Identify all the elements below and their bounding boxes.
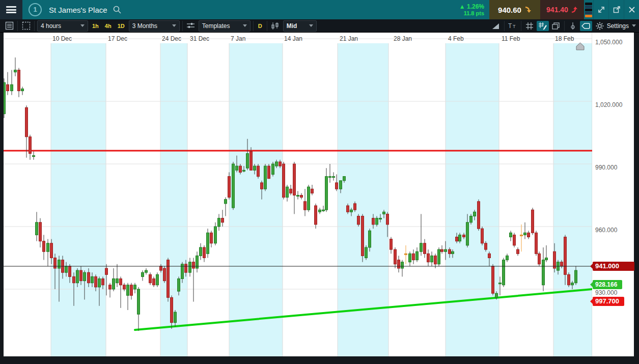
day-interval-button[interactable]: D	[255, 21, 265, 31]
price-axis-label: 990.000	[595, 163, 617, 172]
candlestick-icon	[271, 22, 280, 30]
layers-button[interactable]	[550, 21, 562, 31]
search-icon[interactable]	[113, 5, 122, 14]
window-badge[interactable]: 1	[29, 3, 42, 16]
hamburger-icon	[6, 6, 16, 13]
close-icon	[628, 6, 635, 13]
gear-icon	[596, 22, 604, 30]
trendline-icon	[491, 22, 501, 30]
change-points: 11.8 pts	[459, 10, 484, 17]
buy-price: 941.40	[546, 6, 568, 14]
date-axis-label: 21 Jan	[340, 35, 358, 42]
list-icon	[5, 21, 14, 30]
date-axis-label: 17 Dec	[108, 35, 127, 42]
grid-icon	[525, 22, 534, 30]
date-axis-label: 4 Feb	[448, 35, 464, 42]
sliders-icon	[186, 22, 195, 30]
layout-grid-button[interactable]	[20, 21, 32, 31]
chevron-down-icon	[632, 24, 636, 27]
interval-4h-button[interactable]: 4h	[102, 21, 115, 31]
sell-price-button[interactable]: 940.60	[489, 0, 540, 19]
buy-price-button[interactable]: 941.40	[540, 0, 584, 19]
chart-type-button[interactable]	[269, 21, 282, 31]
date-axis-label: 18 Feb	[555, 35, 574, 42]
templates-label: Templates	[202, 22, 230, 30]
date-axis-label: 11 Feb	[502, 35, 520, 42]
candlestick-chart[interactable]: 10 Dec17 Dec24 Dec31 Dec7 Jan14 Jan21 Ja…	[0, 33, 634, 356]
layers-icon	[551, 22, 560, 30]
date-axis-label: 31 Dec	[190, 35, 209, 42]
current-price-label: 941.000	[593, 262, 634, 271]
date-axis-label: 14 Jan	[284, 35, 302, 42]
depth-ladder-icon[interactable]	[584, 0, 593, 19]
price-axis[interactable]: 1,050.0001,020.000990.000960.000930.000	[592, 33, 634, 356]
chart-toolbar: 4 hours 1h4h1D 3 Months Templates D Mid …	[0, 19, 639, 33]
settings-button[interactable]: Settings	[593, 22, 639, 30]
change-percent: ▲ 1.26%	[459, 3, 484, 10]
settings-label: Settings	[607, 22, 629, 30]
down-arrow-icon	[524, 6, 532, 13]
bottom-edge-strip	[0, 356, 639, 364]
date-axis-label: 7 Jan	[231, 35, 245, 42]
chart-area: 10 Dec17 Dec24 Dec31 Dec7 Jan14 Jan21 Ja…	[0, 33, 639, 356]
interval-value: 4 hours	[41, 22, 61, 30]
right-edge-strip	[634, 33, 639, 356]
date-axis-label: 24 Dec	[162, 35, 181, 42]
expand-icon	[597, 6, 605, 14]
price-axis-label: 930.000	[595, 289, 617, 297]
price-axis-label: 960.000	[595, 226, 617, 234]
edit-indicators-button[interactable]	[537, 21, 549, 31]
sell-price: 940.60	[498, 6, 521, 14]
price-axis-label: 1,020.000	[595, 101, 622, 109]
chevron-down-icon	[80, 24, 85, 27]
menu-button[interactable]	[0, 0, 22, 19]
up-arrow-icon	[571, 6, 578, 13]
instrument-title: St James's Place	[49, 6, 107, 14]
date-axis-label: 10 Dec	[52, 35, 72, 42]
change-block: ▲ 1.26% 11.8 pts	[459, 0, 484, 19]
gridlines-button[interactable]	[523, 21, 536, 31]
cursor-tool-button[interactable]	[580, 21, 592, 31]
resistance-price-label: 997.700	[593, 297, 624, 306]
grid-pencil-icon	[538, 22, 547, 30]
chevron-down-icon	[309, 24, 313, 27]
chevron-down-icon	[243, 24, 247, 27]
text-icon: T T	[508, 22, 518, 30]
interval-1h-button[interactable]: 1h	[89, 21, 102, 31]
price-source-dropdown[interactable]: Mid	[283, 20, 317, 32]
text-tool-button[interactable]: T T	[507, 21, 519, 31]
external-link-icon	[613, 6, 621, 14]
popout-button[interactable]	[608, 0, 624, 19]
trendline-price-label: 928.166	[593, 280, 622, 289]
svg-text:T: T	[513, 24, 516, 29]
price-source-value: Mid	[287, 22, 297, 30]
templates-dropdown[interactable]: Templates	[199, 20, 251, 32]
interval-1d-button[interactable]: 1D	[115, 21, 128, 31]
range-value: 3 Months	[132, 22, 157, 30]
trendline-tool-button[interactable]	[490, 21, 502, 31]
pin-icon	[569, 22, 576, 30]
expand-button[interactable]	[593, 0, 608, 19]
dashed-square-icon	[22, 21, 31, 30]
templates-button[interactable]	[185, 21, 197, 31]
date-axis-label: 28 Jan	[394, 35, 412, 42]
chevron-down-icon	[172, 24, 176, 27]
news-panel-button[interactable]	[3, 21, 15, 31]
svg-text:T: T	[508, 22, 512, 30]
left-edge-strip	[0, 33, 4, 356]
close-button[interactable]	[624, 0, 639, 19]
header-bar: 1 St James's Place ▲ 1.26% 11.8 pts 940.…	[0, 0, 639, 19]
marker-tool-button[interactable]	[567, 21, 579, 31]
cursor-tag-icon	[581, 22, 591, 30]
interval-dropdown[interactable]: 4 hours	[37, 20, 88, 32]
price-axis-label: 1,050.000	[595, 38, 622, 46]
range-dropdown[interactable]: 3 Months	[129, 20, 180, 32]
